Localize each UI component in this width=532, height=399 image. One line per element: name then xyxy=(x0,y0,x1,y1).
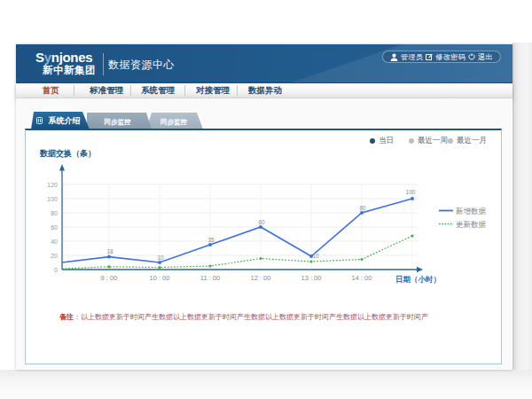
svg-text:18: 18 xyxy=(106,248,113,254)
svg-text:更新数据: 更新数据 xyxy=(456,220,487,229)
svg-text:0: 0 xyxy=(54,267,58,273)
svg-text:10 : 00: 10 : 00 xyxy=(150,274,170,282)
svg-text:11 : 00: 11 : 00 xyxy=(200,274,220,282)
svg-text:60: 60 xyxy=(51,224,58,231)
svg-text:12 : 00: 12 : 00 xyxy=(251,274,271,282)
svg-text:新增数据: 新增数据 xyxy=(456,207,487,215)
svg-text:10: 10 xyxy=(312,253,319,259)
svg-text:9 : 00: 9 : 00 xyxy=(101,274,118,282)
svg-text:120: 120 xyxy=(47,182,58,188)
svg-text:100: 100 xyxy=(47,196,58,202)
svg-text:35: 35 xyxy=(207,237,215,243)
svg-text:20: 20 xyxy=(51,253,58,259)
svg-text:80: 80 xyxy=(51,210,58,216)
svg-text:60: 60 xyxy=(258,219,265,225)
svg-text:13 : 00: 13 : 00 xyxy=(301,274,322,282)
svg-text:40: 40 xyxy=(51,239,58,245)
svg-text:数据交换（条）: 数据交换（条） xyxy=(39,149,96,158)
svg-text:80: 80 xyxy=(359,205,366,211)
svg-text:10: 10 xyxy=(157,254,164,261)
svg-text:日期（小时）: 日期（小时） xyxy=(395,275,441,284)
svg-text:14 : 00: 14 : 00 xyxy=(352,274,372,282)
svg-text:100: 100 xyxy=(406,189,416,195)
